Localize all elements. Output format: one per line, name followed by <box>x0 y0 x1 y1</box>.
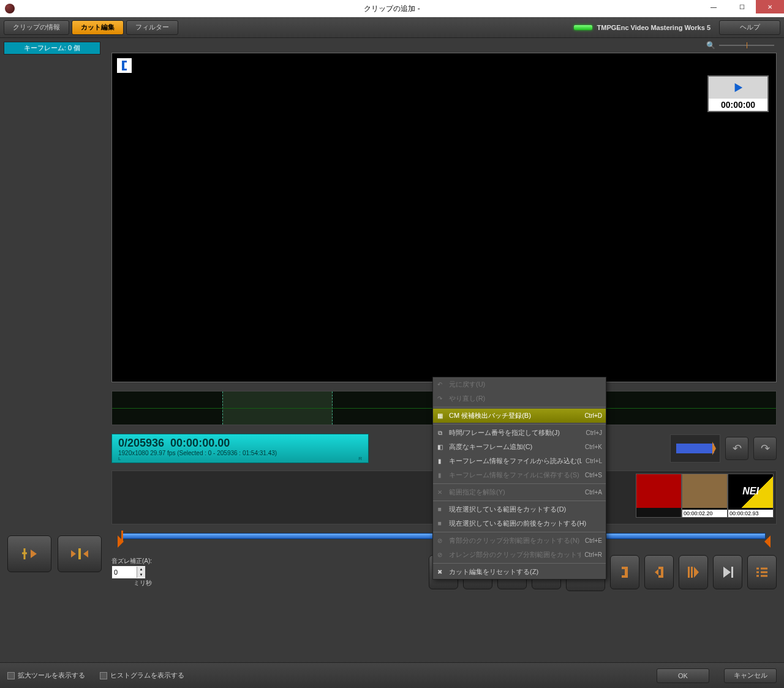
menu-item-shortcut: Ctrl+S <box>585 472 602 478</box>
brand: TMPGEnc Video Mastering Works 5 <box>574 24 710 31</box>
menu-item-icon: ⊘ <box>434 536 445 546</box>
keyframe-header: キーフレーム: 0 個 <box>4 42 100 55</box>
svg-rect-3 <box>688 567 690 578</box>
menu-item-icon: ≡ <box>434 505 445 515</box>
menu-item-icon: ▦ <box>434 411 445 421</box>
menu-item-icon: ▮ <box>434 471 445 480</box>
context-menu-item[interactable]: ⧉時間/フレーム番号を指定して移動(J)Ctrl+J <box>433 426 606 440</box>
menu-item-icon: ✖ <box>434 567 445 577</box>
menu-item-shortcut: Ctrl+L <box>586 458 602 464</box>
pip-timecode: 00:00:00 <box>709 99 767 111</box>
maximize-button[interactable]: ☐ <box>728 0 756 13</box>
menu-item-icon: ⧉ <box>434 428 445 438</box>
step-forward-button[interactable] <box>679 555 708 589</box>
in-marker-icon[interactable] <box>118 535 124 548</box>
out-marker-icon[interactable] <box>764 535 771 548</box>
thumbnail[interactable]: 00:00:02.20 <box>682 474 728 518</box>
show-histogram-checkbox[interactable]: ヒストグラムを表示する <box>100 671 184 680</box>
context-menu-item[interactable]: ▦CM 候補検出バッチ登録(B)Ctrl+D <box>433 409 606 423</box>
menu-item-label: 範囲指定を解除(Y) <box>449 488 581 497</box>
menu-item-label: 現在選択している範囲をカットする(D) <box>449 505 598 514</box>
toolbar: クリップの情報 カット編集 フィルター TMPGEnc Video Master… <box>0 17 784 38</box>
add-split-button[interactable] <box>7 535 51 572</box>
menu-item-icon: ◧ <box>434 442 445 452</box>
menu-item-shortcut: Ctrl+R <box>584 551 602 558</box>
undo-button[interactable]: ↶ <box>725 437 748 460</box>
close-button[interactable]: ✕ <box>756 0 784 13</box>
context-menu-item: ⊘オレンジ部分のクリップ分割範囲をカットする(M)Ctrl+R <box>433 548 606 562</box>
context-menu-item: ↷やり直し(R) <box>433 391 606 406</box>
menu-item-label: CM 候補検出バッチ登録(B) <box>449 411 581 420</box>
svg-rect-5 <box>731 567 733 578</box>
app-icon <box>5 4 15 13</box>
mark-in-icon <box>117 58 132 73</box>
menu-item-icon: ≡ <box>434 519 445 529</box>
spin-down-icon[interactable]: ▼ <box>137 572 145 578</box>
tab-filter[interactable]: フィルター <box>126 20 178 35</box>
menu-item-label: キーフレーム情報をファイルに保存する(S) <box>449 471 581 480</box>
window-title: クリップの追加 - <box>364 4 420 14</box>
range-indicator <box>670 434 720 463</box>
play-icon <box>709 77 767 99</box>
tab-clip-info[interactable]: クリップの情報 <box>4 20 69 35</box>
menu-item-label: 現在選択している範囲の前後をカットする(H) <box>449 519 598 528</box>
context-menu[interactable]: ↶元に戻す(U)↷やり直し(R)▦CM 候補検出バッチ登録(B)Ctrl+D⧉時… <box>432 377 606 580</box>
context-menu-item[interactable]: ▮キーフレーム情報をファイルから読み込む(L)Ctrl+L <box>433 454 606 468</box>
redo-button[interactable]: ↷ <box>753 437 777 460</box>
context-menu-item: ↶元に戻す(U) <box>433 377 606 391</box>
menu-item-shortcut: Ctrl+J <box>586 429 602 436</box>
audio-sync-input[interactable] <box>112 569 137 576</box>
context-menu-item[interactable]: ≡現在選択している範囲の前後をカットする(H) <box>433 516 606 531</box>
keyframe-sidebar: キーフレーム: 0 個 <box>0 38 104 594</box>
show-zoom-tool-checkbox[interactable]: 拡大ツールを表示する <box>7 671 85 680</box>
context-menu-item[interactable]: ◧高度なキーフレーム追加(C)Ctrl+K <box>433 440 606 454</box>
set-out-button[interactable] <box>644 555 674 589</box>
brand-text: TMPGEnc Video Mastering Works 5 <box>597 24 710 31</box>
menu-item-label: キーフレーム情報をファイルから読み込む(L) <box>449 456 582 466</box>
pip-thumbnail[interactable]: 00:00:00 <box>707 75 769 112</box>
search-icon[interactable]: 🔍 <box>706 41 715 50</box>
menu-item-label: 青部分のクリップ分割範囲をカットする(N) <box>449 536 581 545</box>
next-keyframe-button[interactable] <box>713 555 742 589</box>
status-led-icon <box>574 25 592 30</box>
context-menu-item[interactable]: ≡現在選択している範囲をカットする(D) <box>433 502 606 516</box>
context-menu-item: ▮キーフレーム情報をファイルに保存する(S)Ctrl+S <box>433 468 606 482</box>
mark-out-button[interactable] <box>610 555 639 589</box>
zoom-slider[interactable] <box>719 45 774 46</box>
list-button[interactable] <box>747 555 777 589</box>
menu-item-shortcut: Ctrl+D <box>584 412 602 419</box>
menu-item-shortcut: Ctrl+A <box>585 489 602 496</box>
minimize-button[interactable]: — <box>699 0 728 13</box>
video-preview[interactable]: 00:00:00 <box>111 53 777 382</box>
context-menu-item[interactable]: ✖カット編集をリセットする(Z) <box>433 565 606 579</box>
tab-cut-edit[interactable]: カット編集 <box>72 20 124 35</box>
menu-item-icon: ✕ <box>434 488 445 497</box>
menu-item-shortcut: Ctrl+K <box>585 444 602 450</box>
thumbnail[interactable]: NEI00:00:02.93 <box>728 474 774 518</box>
ok-button[interactable]: OK <box>657 668 709 683</box>
menu-item-label: 元に戻す(U) <box>449 380 598 389</box>
dialog-footer: 拡大ツールを表示する ヒストグラムを表示する OK キャンセル <box>0 662 784 688</box>
audio-sync-label: 音ズレ補正(A): <box>111 557 152 565</box>
context-menu-item: ⊘青部分のクリップ分割範囲をカットする(N)Ctrl+E <box>433 534 606 548</box>
menu-item-label: オレンジ部分のクリップ分割範囲をカットする(M) <box>449 550 581 559</box>
menu-item-shortcut: Ctrl+E <box>585 537 602 544</box>
expand-split-button[interactable] <box>58 535 102 572</box>
menu-item-label: 時間/フレーム番号を指定して移動(J) <box>449 428 582 437</box>
help-button[interactable]: ヘルプ <box>719 20 780 35</box>
menu-item-label: やり直し(R) <box>449 394 598 403</box>
cancel-button[interactable]: キャンセル <box>724 668 777 683</box>
menu-item-label: カット編集をリセットする(Z) <box>449 567 598 576</box>
title-bar: クリップの追加 - — ☐ ✕ <box>0 0 784 17</box>
menu-item-label: 高度なキーフレーム追加(C) <box>449 442 581 452</box>
svg-rect-4 <box>691 567 693 578</box>
svg-rect-6 <box>78 548 81 559</box>
menu-item-icon: ↷ <box>434 394 445 404</box>
thumbnail[interactable] <box>636 474 682 518</box>
context-menu-item: ✕範囲指定を解除(Y)Ctrl+A <box>433 485 606 499</box>
menu-item-icon: ▮ <box>434 456 445 466</box>
spin-up-icon[interactable]: ▲ <box>137 567 145 572</box>
zoom-row: 🔍 <box>104 38 784 53</box>
menu-item-icon: ⊘ <box>434 550 445 560</box>
audio-sync-control: 音ズレ補正(A): ▲▼ ミリ秒 <box>111 557 152 588</box>
